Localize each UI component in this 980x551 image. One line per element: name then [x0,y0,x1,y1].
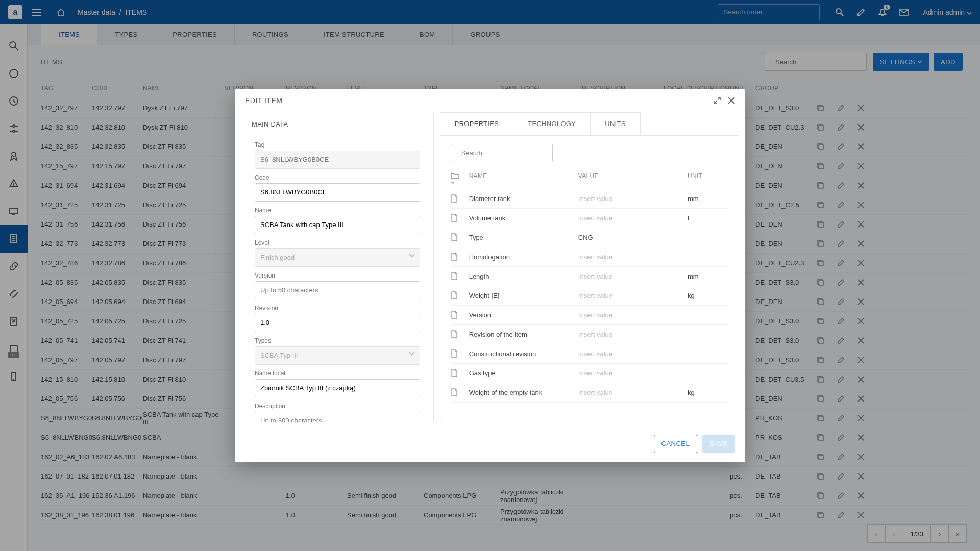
revision-input[interactable] [255,314,420,332]
property-value[interactable]: CNG [578,234,688,241]
property-name: Version [469,311,578,319]
property-row[interactable]: Gas typeInsert value [451,364,728,383]
chevron-down-icon [409,254,415,258]
property-row[interactable]: TypeCNG [451,228,728,247]
property-name: Revision of the item [469,331,578,338]
file-icon [451,233,469,241]
property-name: Homologation [469,253,578,261]
file-icon [451,253,469,261]
property-name: Volume tank [469,214,578,222]
file-icon [451,349,469,358]
prop-value-header: VALUE [578,172,688,186]
name-input[interactable] [255,216,420,234]
property-value[interactable]: Insert value [578,253,688,261]
prop-tab-technology[interactable]: TECHNOLOGY [513,112,591,135]
file-icon [451,291,469,299]
property-search[interactable] [451,144,553,162]
property-row[interactable]: Diameter tankInsert valuemm [451,189,728,209]
property-value[interactable]: Insert value [578,214,688,222]
property-row[interactable]: Constructional revisionInsert value [451,344,728,364]
property-unit: mm [688,272,728,280]
svg-point-98 [456,153,457,153]
tag-label: Tag [255,141,420,148]
nameloc-input[interactable] [255,379,420,397]
revision-label: Revision [255,305,420,312]
property-name: Type [469,234,578,241]
folder-toggle-icon[interactable] [451,172,469,186]
property-value[interactable]: Insert value [578,331,688,338]
tag-input [255,151,420,169]
file-icon [451,272,469,280]
prop-unit-header: UNIT [688,172,728,186]
property-value[interactable]: Insert value [578,350,688,358]
main-data-heading: MAIN DATA [241,112,433,136]
property-row[interactable]: HomologationInsert value [451,247,728,267]
chevron-down-icon [409,352,415,356]
property-unit: kg [688,292,728,299]
level-label: Level [255,239,420,246]
desc-input[interactable] [255,412,420,422]
file-icon [451,330,469,338]
property-name: Diameter tank [469,195,578,203]
code-input[interactable] [255,183,420,202]
property-row[interactable]: Volume tankInsert valueL [451,209,728,228]
desc-label: Description [255,403,420,410]
property-unit: kg [688,389,728,396]
prop-name-header: NAME [469,172,578,186]
property-value[interactable]: Insert value [578,272,688,280]
code-label: Code [255,174,420,181]
property-unit: L [688,214,728,222]
property-name: Constructional revision [469,350,578,358]
modal-overlay: EDIT ITEM MAIN DATA Tag Code Name Level [0,0,980,551]
file-icon [451,369,469,377]
property-value[interactable]: Insert value [578,369,688,377]
edit-item-modal: EDIT ITEM MAIN DATA Tag Code Name Level [235,89,745,462]
property-name: Length [469,272,578,280]
property-value[interactable]: Insert value [578,311,688,319]
prop-tab-units[interactable]: UNITS [591,112,641,135]
name-label: Name [255,207,420,214]
property-name: Weight [E] [469,292,578,299]
nameloc-label: Name local [255,370,420,377]
level-select[interactable] [255,248,420,267]
property-name: Weight of the empty tank [469,389,578,396]
version-input[interactable] [255,281,420,299]
property-value[interactable]: Insert value [578,195,688,203]
close-icon[interactable] [728,97,735,104]
property-name: Gas type [469,369,578,377]
types-label: Types [255,337,420,344]
property-value[interactable]: Insert value [578,292,688,299]
save-button[interactable]: SAVE [702,435,735,453]
property-row[interactable]: Weight of the empty tankInsert valuekg [451,383,728,403]
modal-title: EDIT ITEM [245,96,282,105]
file-icon [451,214,469,222]
property-unit: mm [688,195,728,203]
expand-icon[interactable] [714,97,721,104]
property-search-input[interactable] [461,149,547,157]
version-label: Version [255,272,420,279]
property-row[interactable]: VersionInsert value [451,306,728,325]
file-icon [451,388,469,396]
property-value[interactable]: Insert value [578,389,688,396]
svg-line-99 [457,153,457,154]
prop-tab-properties[interactable]: PROPERTIES [440,112,514,135]
types-select[interactable] [255,346,420,365]
file-icon [451,311,469,319]
cancel-button[interactable]: CANCEL [654,435,698,453]
property-row[interactable]: Weight [E]Insert valuekg [451,286,728,306]
property-row[interactable]: Type threadInsert value [451,403,728,404]
file-icon [451,194,469,203]
property-row[interactable]: LengthInsert valuemm [451,267,728,286]
property-row[interactable]: Revision of the itemInsert value [451,325,728,344]
